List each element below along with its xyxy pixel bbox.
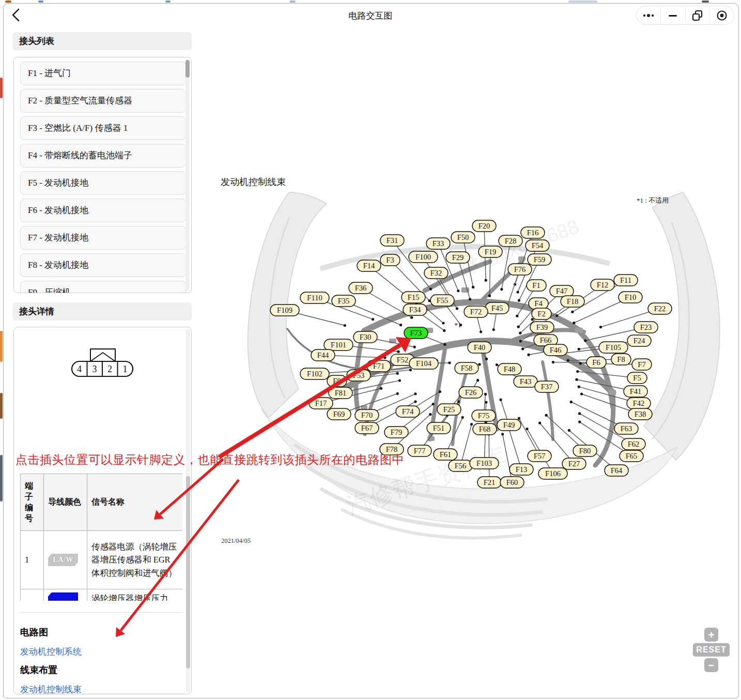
connector-label-F50[interactable]: F50 [451, 232, 475, 243]
connector-list-item[interactable]: F4 - 带熔断线的蓄电池端子 [20, 144, 186, 168]
connector-label-F71[interactable]: F71 [367, 360, 391, 372]
minimize-button[interactable] [660, 6, 685, 24]
connector-label-F102[interactable]: F102 [300, 368, 329, 379]
connector-label-F64[interactable]: F64 [605, 465, 628, 476]
connector-list-item[interactable]: F3 - 空燃比 (A/F) 传感器 1 [20, 116, 186, 140]
connector-label-F39[interactable]: F39 [530, 322, 554, 333]
back-button[interactable] [10, 7, 24, 23]
connector-label-F79[interactable]: F79 [384, 427, 408, 438]
close-button[interactable] [709, 6, 734, 24]
connector-label-F42[interactable]: F42 [627, 398, 651, 409]
connector-label-F13[interactable]: F13 [510, 464, 533, 475]
connector-label-F53[interactable]: F53 [347, 370, 371, 381]
connector-label-F40[interactable]: F40 [468, 342, 491, 353]
connector-label-F109[interactable]: F109 [270, 305, 299, 316]
connector-label-F18[interactable]: F18 [561, 296, 584, 307]
connector-label-F34[interactable]: F34 [403, 304, 427, 315]
connector-label-F70[interactable]: F70 [355, 409, 379, 421]
connector-label-F65[interactable]: F65 [620, 450, 643, 462]
connector-label-F1[interactable]: F1 [527, 280, 546, 291]
connector-label-F69[interactable]: F69 [327, 408, 351, 420]
connector-label-F29[interactable]: F29 [446, 252, 470, 263]
connector-label-F28[interactable]: F28 [499, 235, 522, 247]
connector-label-F74[interactable]: F74 [396, 406, 420, 417]
connector-label-F33[interactable]: F33 [426, 238, 450, 249]
connector-label-F30[interactable]: F30 [353, 331, 377, 343]
connector-label-F41[interactable]: F41 [624, 386, 647, 397]
connector-label-F35[interactable]: F35 [332, 295, 356, 307]
connector-label-F44[interactable]: F44 [311, 349, 335, 361]
detail-scrollbar-thumb[interactable] [186, 476, 190, 668]
connector-label-F47[interactable]: F47 [550, 285, 574, 297]
harness-location-diagram[interactable]: 微信qxbs6688汽修帮手资料库 F20F16F50F28F31F33F19F… [200, 30, 741, 700]
connector-label-F22[interactable]: F22 [648, 303, 672, 314]
connector-label-F59[interactable]: F59 [528, 254, 551, 265]
connector-list[interactable]: F1 - 进气门F2 - 质量型空气流量传感器F3 - 空燃比 (A/F) 传感… [13, 57, 192, 293]
connector-label-F36[interactable]: F36 [349, 282, 373, 294]
connector-label-F58[interactable]: F58 [455, 362, 478, 374]
connector-label-F55[interactable]: F55 [430, 295, 454, 306]
reset-view-button[interactable]: RESET [693, 643, 730, 657]
connector-label-F14[interactable]: F14 [357, 260, 381, 271]
connector-label-F46[interactable]: F46 [544, 344, 567, 356]
connector-label-F26[interactable]: F26 [459, 387, 483, 398]
connector-label-F38[interactable]: F38 [628, 408, 652, 420]
connector-label-F2[interactable]: F2 [532, 308, 551, 319]
connector-label-F5[interactable]: F5 [627, 372, 647, 384]
connector-label-F10[interactable]: F10 [619, 292, 642, 303]
connector-label-F17[interactable]: F17 [309, 398, 333, 409]
more-options-button[interactable] [637, 6, 660, 24]
connector-list-item[interactable]: F7 - 发动机接地 [20, 226, 186, 250]
connector-label-F3[interactable]: F3 [380, 254, 400, 266]
zoom-in-button[interactable]: + [704, 628, 718, 642]
connector-label-F67[interactable]: F67 [355, 422, 379, 434]
connector-label-F45[interactable]: F45 [485, 302, 509, 314]
connector-label-F12[interactable]: F12 [591, 279, 614, 291]
connector-label-F75[interactable]: F75 [472, 410, 496, 421]
connector-label-F20[interactable]: F20 [472, 220, 496, 232]
connector-label-F81[interactable]: F81 [329, 387, 352, 399]
connector-label-F60[interactable]: F60 [500, 477, 524, 488]
list-scrollbar-thumb[interactable] [186, 60, 190, 78]
connector-list-item[interactable]: F6 - 发动机接地 [20, 199, 186, 222]
connector-label-F73[interactable]: F73 [404, 327, 428, 339]
connector-label-F72[interactable]: F72 [464, 306, 488, 317]
restore-button[interactable] [685, 6, 709, 24]
connector-list-item[interactable]: F9 - 压缩机 [20, 281, 186, 293]
connector-label-F57[interactable]: F57 [528, 450, 551, 462]
connector-label-F8[interactable]: F8 [611, 354, 631, 365]
connector-label-F6[interactable]: F6 [586, 357, 606, 368]
connector-list-item[interactable]: F1 - 进气门 [20, 62, 186, 85]
connector-label-F54[interactable]: F54 [526, 240, 549, 251]
connector-label-F62[interactable]: F62 [622, 438, 645, 450]
connector-label-F31[interactable]: F31 [380, 235, 404, 246]
connector-label-F106[interactable]: F106 [538, 468, 567, 479]
connector-label-F11[interactable]: F11 [614, 275, 638, 286]
connector-label-F63[interactable]: F63 [614, 423, 638, 434]
list-scrollbar-track[interactable] [186, 59, 190, 291]
connector-label-F37[interactable]: F37 [535, 381, 559, 392]
connector-label-F15[interactable]: F15 [402, 292, 425, 303]
related-diagram-link[interactable]: 发动机控制线束 [20, 683, 175, 694]
connector-label-F24[interactable]: F24 [627, 335, 651, 346]
connector-label-F48[interactable]: F48 [498, 363, 521, 375]
connector-label-F49[interactable]: F49 [497, 419, 521, 431]
connector-label-F104[interactable]: F104 [409, 358, 438, 369]
connector-label-F27[interactable]: F27 [562, 458, 586, 469]
zoom-out-button[interactable]: − [704, 658, 718, 672]
connector-label-F51[interactable]: F51 [427, 422, 451, 434]
related-diagram-link[interactable]: 发动机控制系统 [20, 646, 175, 658]
connector-label-F105[interactable]: F105 [599, 342, 628, 353]
connector-label-F100[interactable]: F100 [409, 251, 438, 263]
connector-label-F110[interactable]: F110 [300, 292, 329, 303]
connector-label-F9[interactable]: F9 [327, 375, 347, 387]
connector-label-F23[interactable]: F23 [634, 322, 658, 333]
connector-list-item[interactable]: F5 - 发动机接地 [20, 171, 186, 195]
connector-label-F101[interactable]: F101 [324, 339, 353, 351]
connector-list-item[interactable]: F2 - 质量型空气流量传感器 [20, 89, 186, 113]
connector-label-F21[interactable]: F21 [477, 477, 501, 488]
connector-label-F4[interactable]: F4 [529, 298, 548, 309]
connector-label-F7[interactable]: F7 [632, 359, 652, 370]
connector-label-F76[interactable]: F76 [508, 264, 532, 275]
connector-label-F80[interactable]: F80 [573, 445, 597, 456]
